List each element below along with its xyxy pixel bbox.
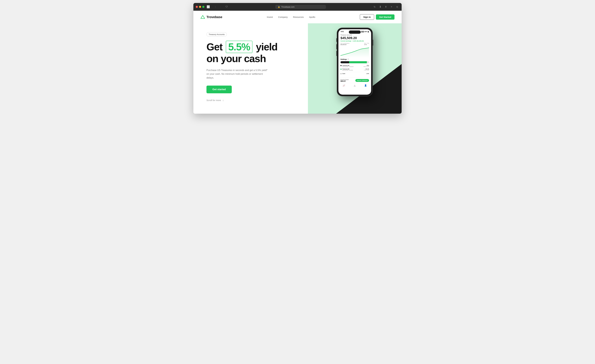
browser-chrome: ⬜ ‹ › 🛡 🔒 Trovebase.com ↻ ⬇ ⬆ + ⧉ — [193, 3, 402, 11]
holding-ytm-0: YTM: 4.75% — [363, 66, 369, 67]
navbar: Trovebase Invest Company Resources Apoll… — [193, 11, 402, 23]
holding-left-2: Cash — [340, 73, 345, 74]
holding-item-2: Cash 1.9% — [340, 73, 369, 74]
phone-meta: Net contributions $44,000.00 Est. YTM 4.… — [340, 43, 369, 45]
holdings-bar-light — [367, 61, 369, 63]
phone-bottom-bar: Buying Power $864.87 Deposit / Withdraw — [338, 78, 371, 83]
logo-triangle-icon — [200, 15, 205, 19]
holdings-label: Holdings — [340, 59, 347, 60]
holding-date-0: Maturity date: 4/25/2023 — [342, 66, 354, 67]
phone-volume-down-button — [336, 51, 337, 56]
shield-area: 🛡 — [225, 5, 229, 9]
holding-pct-2: 1.9% — [366, 73, 369, 74]
holding-right-0: 37% YTM: 4.75% — [363, 65, 369, 67]
phone-power-button — [373, 40, 373, 46]
minimize-button[interactable] — [199, 6, 201, 8]
holding-name-1: Treasury bill — [342, 68, 353, 70]
holding-info-0: Treasury bill Maturity date: 4/25/2023 — [342, 65, 354, 67]
address-bar[interactable]: 🔒 Trovebase.com — [275, 5, 326, 9]
holding-left-1: Treasury bill Maturity date: 6/1/2023 — [340, 68, 353, 71]
holdings-info-icon: ⓘ — [347, 58, 349, 60]
get-started-nav-button[interactable]: Get Started — [376, 14, 395, 20]
phone-balance: $45,509.20 — [340, 36, 369, 40]
logo-area[interactable]: Trovebase — [200, 15, 222, 19]
new-tab-icon[interactable]: + — [390, 5, 394, 9]
holdings-bar-dark — [340, 61, 349, 63]
holding-pct-0: 37% — [363, 65, 369, 66]
deposit-withdraw-button[interactable]: Deposit / Withdraw — [355, 79, 369, 82]
share-icon[interactable]: ⬆ — [384, 5, 388, 9]
holdings-bar-green — [349, 61, 367, 63]
headline-pre: Get — [206, 41, 222, 52]
nav-apollo[interactable]: Apollo — [309, 16, 315, 18]
hero-left: Treasury Accounts Get 5.5% yieldon your … — [193, 23, 308, 114]
logo-name: Trovebase — [206, 15, 222, 19]
phone-bell-nav-icon[interactable]: △ — [354, 84, 355, 87]
nav-company[interactable]: Company — [278, 16, 288, 18]
holding-dot-0 — [340, 65, 341, 66]
hero-section: Treasury Accounts Get 5.5% yieldon your … — [193, 23, 402, 114]
net-contributions-label: Net contributions — [340, 43, 349, 44]
phone-mockup: 9:41 ▐▐▐ WiFi ▓ Treasury account $ — [337, 28, 373, 96]
holding-right-1: 61.1% YTM: 4.8% — [364, 68, 369, 71]
phone-screen: 9:41 ▐▐▐ WiFi ▓ Treasury account $ — [338, 29, 371, 95]
holding-name-0: Treasury bill — [342, 65, 354, 66]
download-icon[interactable]: ⬇ — [378, 5, 382, 9]
nav-links: Invest Company Resources Apollo — [267, 16, 315, 18]
buying-power-value: $864.87 — [340, 80, 349, 82]
tag-badge: Treasury Accounts — [206, 32, 227, 37]
phone-outer: 9:41 ▐▐▐ WiFi ▓ Treasury account $ — [337, 28, 373, 96]
holding-name-2: Cash — [342, 73, 345, 74]
phone-account-label: Treasury account — [340, 34, 369, 36]
holding-dot-2 — [340, 73, 341, 74]
holding-info-2: Cash — [342, 73, 345, 74]
net-contributions-value: $44,000.00 — [340, 44, 349, 45]
browser-window: ⬜ ‹ › 🛡 🔒 Trovebase.com ↻ ⬇ ⬆ + ⧉ — [193, 3, 402, 114]
phone-est-ytm: Est. YTM 4.7% — [364, 43, 369, 45]
maximize-button[interactable] — [202, 6, 204, 8]
address-bar-container: 🔒 Trovebase.com — [231, 5, 371, 9]
nav-invest[interactable]: Invest — [267, 16, 273, 18]
phone-nav-bar: 📈 △ 👤 — [338, 83, 371, 87]
holding-info-1: Treasury bill Maturity date: 6/1/2023 — [342, 68, 353, 71]
lock-icon: 🔒 — [278, 6, 280, 8]
est-ytm-value: 4.7% — [364, 44, 369, 45]
traffic-lights — [196, 6, 204, 8]
reload-button[interactable]: ↻ — [372, 5, 377, 9]
phone-earnings-value: ↑ 3.43% ($1,509.20) — [352, 40, 364, 42]
site-content: Trovebase Invest Company Resources Apoll… — [193, 11, 402, 114]
holding-item-1: Treasury bill Maturity date: 6/1/2023 61… — [340, 68, 369, 71]
holding-dot-1 — [340, 69, 341, 70]
holding-right-2: 1.9% — [366, 73, 369, 74]
back-button[interactable]: ‹ — [213, 5, 218, 9]
shield-icon[interactable]: 🛡 — [225, 5, 229, 9]
phone-earnings-label: Current earnings — [340, 40, 351, 42]
phone-chart-nav-icon[interactable]: 📈 — [343, 84, 345, 87]
tabs-icon[interactable]: ⧉ — [395, 5, 399, 9]
chart-svg — [340, 46, 369, 58]
phone-status-icons: ▐▐▐ WiFi ▓ — [361, 31, 369, 32]
phone-holdings-bar — [340, 61, 369, 63]
buying-power-label: Buying Power — [340, 79, 349, 80]
nav-resources[interactable]: Resources — [293, 16, 304, 18]
phone-net-contributions: Net contributions $44,000.00 — [340, 43, 349, 45]
get-started-hero-button[interactable]: Get started — [206, 86, 232, 93]
url-text: Trovebase.com — [281, 6, 295, 8]
scroll-arrow-icon: ↓ — [223, 99, 224, 102]
phone-time: 9:41 — [341, 31, 344, 32]
sign-in-button[interactable]: Sign in — [360, 14, 374, 20]
phone-buying-power: Buying Power $864.87 — [340, 79, 349, 82]
phone-holdings-title: Holdings ⓘ — [340, 58, 369, 60]
hero-right: 9:41 ▐▐▐ WiFi ▓ Treasury account $ — [308, 23, 402, 114]
phone-divider — [340, 72, 369, 72]
sidebar-toggle-icon[interactable]: ⬜ — [206, 5, 210, 9]
close-button[interactable] — [196, 6, 198, 8]
phone-silent-button — [336, 38, 337, 42]
phone-profile-nav-icon[interactable]: 👤 — [364, 84, 367, 87]
scroll-hint-text: Scroll for more — [206, 99, 221, 102]
browser-actions: ↻ ⬇ ⬆ + ⧉ — [372, 5, 399, 9]
phone-earnings: Current earnings ↑ 3.43% ($1,509.20) — [340, 40, 369, 42]
forward-button[interactable]: › — [219, 5, 223, 9]
scroll-hint[interactable]: Scroll for more ↓ — [206, 99, 301, 102]
est-ytm-label: Est. YTM — [364, 43, 369, 44]
